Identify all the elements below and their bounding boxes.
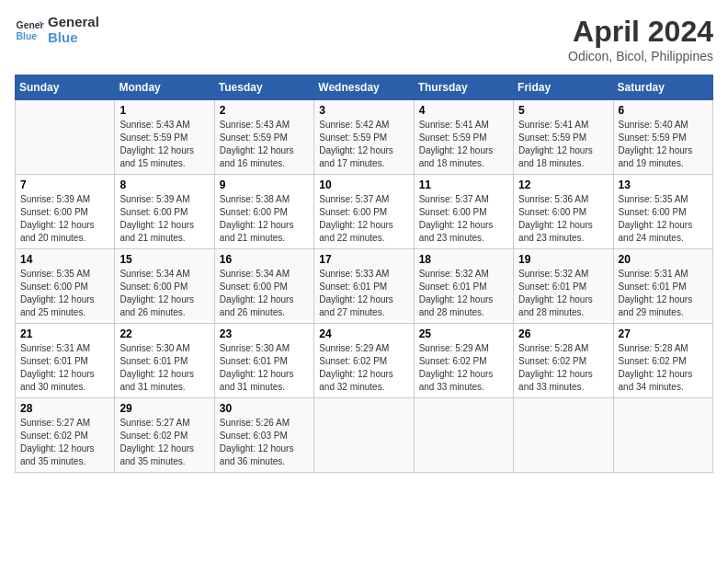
day-detail: Sunrise: 5:28 AM Sunset: 6:02 PM Dayligh… <box>518 342 608 394</box>
calendar-cell: 22Sunrise: 5:30 AM Sunset: 6:01 PM Dayli… <box>115 324 214 398</box>
day-number: 25 <box>419 327 508 340</box>
day-detail: Sunrise: 5:26 AM Sunset: 6:03 PM Dayligh… <box>220 417 309 468</box>
calendar-cell: 26Sunrise: 5:28 AM Sunset: 6:02 PM Dayli… <box>514 324 613 398</box>
day-detail: Sunrise: 5:32 AM Sunset: 6:01 PM Dayligh… <box>518 268 608 319</box>
logo-general: General <box>48 15 99 30</box>
day-number: 11 <box>419 178 508 191</box>
day-number: 5 <box>518 104 608 117</box>
calendar-cell: 3Sunrise: 5:42 AM Sunset: 5:59 PM Daylig… <box>314 100 414 175</box>
day-detail: Sunrise: 5:33 AM Sunset: 6:01 PM Dayligh… <box>319 268 408 319</box>
day-detail: Sunrise: 5:41 AM Sunset: 5:59 PM Dayligh… <box>518 119 608 170</box>
calendar-cell: 18Sunrise: 5:32 AM Sunset: 6:01 PM Dayli… <box>414 249 513 324</box>
day-detail: Sunrise: 5:31 AM Sunset: 6:01 PM Dayligh… <box>619 268 708 319</box>
calendar-week-row: 14Sunrise: 5:35 AM Sunset: 6:00 PM Dayli… <box>16 249 713 324</box>
col-header-monday: Monday <box>115 75 214 100</box>
calendar-cell: 12Sunrise: 5:36 AM Sunset: 6:00 PM Dayli… <box>514 175 613 249</box>
calendar-cell: 23Sunrise: 5:30 AM Sunset: 6:01 PM Dayli… <box>214 324 313 398</box>
day-number: 21 <box>20 327 109 340</box>
col-header-thursday: Thursday <box>414 75 513 100</box>
logo-icon: General Blue <box>15 16 44 45</box>
day-detail: Sunrise: 5:29 AM Sunset: 6:02 PM Dayligh… <box>319 342 408 394</box>
day-number: 15 <box>119 253 209 266</box>
day-detail: Sunrise: 5:39 AM Sunset: 6:00 PM Dayligh… <box>119 193 209 245</box>
day-number: 14 <box>20 253 109 266</box>
day-number: 17 <box>319 253 408 266</box>
calendar-cell <box>314 398 414 473</box>
day-number: 27 <box>619 327 708 340</box>
header: General Blue General Blue April 2024 Odi… <box>15 15 713 63</box>
day-detail: Sunrise: 5:43 AM Sunset: 5:59 PM Dayligh… <box>119 119 209 170</box>
day-number: 13 <box>619 178 708 191</box>
day-detail: Sunrise: 5:30 AM Sunset: 6:01 PM Dayligh… <box>119 342 209 394</box>
calendar-cell: 6Sunrise: 5:40 AM Sunset: 5:59 PM Daylig… <box>613 100 712 175</box>
day-detail: Sunrise: 5:27 AM Sunset: 6:02 PM Dayligh… <box>20 417 109 468</box>
day-number: 30 <box>220 402 309 415</box>
day-detail: Sunrise: 5:43 AM Sunset: 5:59 PM Dayligh… <box>220 119 309 170</box>
calendar-week-row: 1Sunrise: 5:43 AM Sunset: 5:59 PM Daylig… <box>16 100 713 175</box>
month-title: April 2024 <box>568 15 713 49</box>
day-number: 16 <box>220 253 309 266</box>
calendar-cell: 8Sunrise: 5:39 AM Sunset: 6:00 PM Daylig… <box>115 175 214 249</box>
calendar-cell: 9Sunrise: 5:38 AM Sunset: 6:00 PM Daylig… <box>214 175 313 249</box>
day-detail: Sunrise: 5:36 AM Sunset: 6:00 PM Dayligh… <box>518 193 608 245</box>
calendar-cell: 28Sunrise: 5:27 AM Sunset: 6:02 PM Dayli… <box>16 398 115 473</box>
calendar-cell: 5Sunrise: 5:41 AM Sunset: 5:59 PM Daylig… <box>514 100 613 175</box>
calendar-cell: 19Sunrise: 5:32 AM Sunset: 6:01 PM Dayli… <box>514 249 613 324</box>
day-detail: Sunrise: 5:34 AM Sunset: 6:00 PM Dayligh… <box>220 268 309 319</box>
calendar-cell <box>613 398 712 473</box>
day-detail: Sunrise: 5:31 AM Sunset: 6:01 PM Dayligh… <box>20 342 109 394</box>
calendar-cell: 13Sunrise: 5:35 AM Sunset: 6:00 PM Dayli… <box>613 175 712 249</box>
calendar-table: SundayMondayTuesdayWednesdayThursdayFrid… <box>15 75 713 473</box>
calendar-cell: 10Sunrise: 5:37 AM Sunset: 6:00 PM Dayli… <box>314 175 414 249</box>
day-detail: Sunrise: 5:37 AM Sunset: 6:00 PM Dayligh… <box>319 193 408 245</box>
day-number: 24 <box>319 327 408 340</box>
day-number: 22 <box>119 327 209 340</box>
day-number: 6 <box>619 104 708 117</box>
svg-text:Blue: Blue <box>17 30 38 40</box>
calendar-cell: 30Sunrise: 5:26 AM Sunset: 6:03 PM Dayli… <box>214 398 313 473</box>
calendar-cell <box>514 398 613 473</box>
day-number: 3 <box>319 104 408 117</box>
day-number: 12 <box>518 178 608 191</box>
col-header-friday: Friday <box>514 75 613 100</box>
calendar-cell: 21Sunrise: 5:31 AM Sunset: 6:01 PM Dayli… <box>16 324 115 398</box>
day-number: 29 <box>119 402 209 415</box>
calendar-cell: 24Sunrise: 5:29 AM Sunset: 6:02 PM Dayli… <box>314 324 414 398</box>
calendar-week-row: 21Sunrise: 5:31 AM Sunset: 6:01 PM Dayli… <box>16 324 713 398</box>
day-number: 4 <box>419 104 508 117</box>
calendar-cell: 14Sunrise: 5:35 AM Sunset: 6:00 PM Dayli… <box>16 249 115 324</box>
day-detail: Sunrise: 5:42 AM Sunset: 5:59 PM Dayligh… <box>319 119 408 170</box>
calendar-cell: 17Sunrise: 5:33 AM Sunset: 6:01 PM Dayli… <box>314 249 414 324</box>
day-detail: Sunrise: 5:37 AM Sunset: 6:00 PM Dayligh… <box>419 193 508 245</box>
logo-blue: Blue <box>48 30 99 46</box>
day-detail: Sunrise: 5:38 AM Sunset: 6:00 PM Dayligh… <box>220 193 309 245</box>
day-detail: Sunrise: 5:39 AM Sunset: 6:00 PM Dayligh… <box>20 193 109 245</box>
calendar-cell: 29Sunrise: 5:27 AM Sunset: 6:02 PM Dayli… <box>115 398 214 473</box>
col-header-sunday: Sunday <box>16 75 115 100</box>
location: Odicon, Bicol, Philippines <box>568 49 713 63</box>
calendar-week-row: 7Sunrise: 5:39 AM Sunset: 6:00 PM Daylig… <box>16 175 713 249</box>
day-number: 23 <box>220 327 309 340</box>
day-detail: Sunrise: 5:28 AM Sunset: 6:02 PM Dayligh… <box>619 342 708 394</box>
calendar-week-row: 28Sunrise: 5:27 AM Sunset: 6:02 PM Dayli… <box>16 398 713 473</box>
day-number: 18 <box>419 253 508 266</box>
day-number: 1 <box>119 104 209 117</box>
day-number: 7 <box>20 178 109 191</box>
day-detail: Sunrise: 5:41 AM Sunset: 5:59 PM Dayligh… <box>419 119 508 170</box>
calendar-cell: 7Sunrise: 5:39 AM Sunset: 6:00 PM Daylig… <box>16 175 115 249</box>
day-number: 20 <box>619 253 708 266</box>
calendar-cell: 25Sunrise: 5:29 AM Sunset: 6:02 PM Dayli… <box>414 324 513 398</box>
day-number: 2 <box>220 104 309 117</box>
day-detail: Sunrise: 5:34 AM Sunset: 6:00 PM Dayligh… <box>119 268 209 319</box>
day-detail: Sunrise: 5:35 AM Sunset: 6:00 PM Dayligh… <box>619 193 708 245</box>
calendar-cell: 16Sunrise: 5:34 AM Sunset: 6:00 PM Dayli… <box>214 249 313 324</box>
calendar-cell: 1Sunrise: 5:43 AM Sunset: 5:59 PM Daylig… <box>115 100 214 175</box>
day-detail: Sunrise: 5:30 AM Sunset: 6:01 PM Dayligh… <box>220 342 309 394</box>
calendar-cell: 2Sunrise: 5:43 AM Sunset: 5:59 PM Daylig… <box>214 100 313 175</box>
calendar-cell: 11Sunrise: 5:37 AM Sunset: 6:00 PM Dayli… <box>414 175 513 249</box>
calendar-cell <box>414 398 513 473</box>
day-number: 26 <box>518 327 608 340</box>
day-detail: Sunrise: 5:27 AM Sunset: 6:02 PM Dayligh… <box>119 417 209 468</box>
calendar-cell: 4Sunrise: 5:41 AM Sunset: 5:59 PM Daylig… <box>414 100 513 175</box>
day-detail: Sunrise: 5:40 AM Sunset: 5:59 PM Dayligh… <box>619 119 708 170</box>
